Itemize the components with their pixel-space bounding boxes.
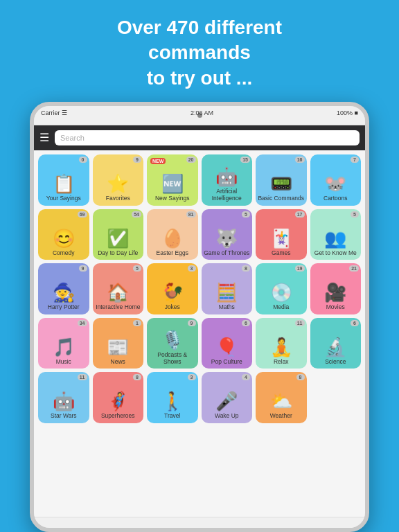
icon-podcasts-shows: 🎙️	[161, 331, 184, 349]
icon-news: 📰	[107, 338, 129, 356]
badge-superheroes: 8	[133, 374, 141, 380]
grid-item-day-to-day-life[interactable]: 54✅Day to Day Life	[93, 209, 144, 260]
grid-item-relax[interactable]: 11🧘Relax	[256, 318, 307, 369]
label-media: Media	[273, 303, 289, 310]
label-superheroes: Superheroes	[101, 412, 135, 419]
label-podcasts-shows: Podcasts & Shows	[148, 351, 197, 365]
grid-item-your-sayings[interactable]: 0📋Your Sayings	[38, 154, 89, 206]
label-day-to-day-life: Day to Day Life	[98, 249, 138, 256]
badge-pop-culture: 6	[242, 320, 250, 326]
icon-weather: ⛅	[270, 392, 292, 410]
grid-item-superheroes[interactable]: 8🦸Superheroes	[93, 372, 144, 423]
badge-travel: 3	[188, 374, 196, 380]
icon-wake-up: 🎤	[215, 392, 238, 410]
icon-harry-potter: 🧙	[53, 283, 75, 301]
label-weather: Weather	[270, 412, 292, 419]
badge-get-to-know-me: 5	[351, 211, 359, 218]
grid-item-science[interactable]: 6🔬Science	[310, 318, 362, 369]
grid-item-games[interactable]: 17🃏Games	[256, 209, 307, 260]
icon-music: 🎵	[53, 338, 75, 356]
badge-news: 1	[133, 320, 141, 326]
grid-item-cartoons[interactable]: 7🐭Cartoons	[310, 154, 362, 206]
badge-interactive-home: 5	[133, 265, 141, 272]
icon-game-of-thrones: 🐺	[215, 229, 238, 247]
device-bottom	[34, 517, 365, 528]
header-line2: commands	[148, 42, 251, 63]
grid-item-easter-eggs[interactable]: 81🥚Easter Eggs	[147, 209, 198, 260]
search-bar[interactable]: Search	[55, 130, 360, 145]
grid-item-comedy[interactable]: 69😊Comedy	[38, 209, 89, 260]
badge-podcasts-shows: 9	[188, 320, 196, 326]
grid-item-basic-commands[interactable]: 16📟Basic Commands	[256, 154, 307, 206]
grid-item-travel[interactable]: 3🚶Travel	[147, 372, 198, 423]
badge-basic-commands: 16	[295, 157, 305, 163]
grid-item-harry-potter[interactable]: 9🧙Harry Potter	[38, 263, 89, 314]
grid-item-star-wars[interactable]: 11🤖Star Wars	[38, 372, 89, 423]
grid-item-movies[interactable]: 21🎥Movies	[310, 263, 362, 314]
label-games: Games	[272, 249, 290, 256]
icon-science: 🔬	[324, 338, 346, 356]
badge-easter-eggs: 81	[186, 211, 196, 218]
grid-item-pop-culture[interactable]: 6🎈Pop Culture	[202, 318, 253, 369]
icon-day-to-day-life: ✅	[107, 229, 129, 247]
badge-movies: 21	[349, 265, 359, 272]
grid-item-game-of-thrones[interactable]: 5🐺Game of Thrones	[202, 209, 253, 260]
badge-science: 6	[351, 320, 359, 326]
label-pop-culture: Pop Culture	[211, 358, 242, 365]
app-toolbar: ☰ Search	[34, 125, 365, 150]
label-science: Science	[325, 358, 346, 365]
label-wake-up: Wake Up	[215, 412, 239, 419]
grid-item-favorites[interactable]: 9⭐Favorites	[93, 154, 144, 206]
icon-interactive-home: 🏠	[107, 283, 129, 301]
icon-jokes: 🐓	[161, 283, 184, 301]
label-cartoons: Cartoons	[323, 195, 348, 202]
icon-games: 🃏	[270, 229, 292, 247]
icon-pop-culture: 🎈	[215, 338, 238, 356]
icon-artificial-intelligence: 🤖	[215, 168, 238, 186]
icon-easter-eggs: 🥚	[161, 229, 184, 247]
device-top-bar: Carrier ☰ 2:06 AM 100% ■	[34, 106, 365, 125]
icon-cartoons: 🐭	[324, 175, 346, 193]
badge-your-sayings: 0	[79, 157, 87, 163]
label-interactive-home: Interactive Home	[96, 303, 140, 310]
icon-star-wars: 🤖	[53, 392, 75, 410]
grid-item-media[interactable]: 19💿Media	[256, 263, 307, 314]
badge-day-to-day-life: 54	[132, 211, 141, 218]
badge-music: 34	[78, 320, 87, 326]
device-frame: Carrier ☰ 2:06 AM 100% ■ ☰ Search 0📋Your…	[30, 102, 369, 532]
badge-harry-potter: 9	[79, 265, 87, 272]
header-section: Over 470 different commands to try out .…	[96, 0, 303, 102]
grid-item-podcasts-shows[interactable]: 9🎙️Podcasts & Shows	[147, 318, 198, 369]
label-favorites: Favorites	[106, 195, 130, 202]
icon-get-to-know-me: 👥	[324, 229, 346, 247]
label-relax: Relax	[274, 358, 289, 365]
grid-item-weather[interactable]: 8⛅Weather	[256, 372, 307, 423]
grid-item-artificial-intelligence[interactable]: 15🤖Artificial Intelligence	[202, 154, 253, 206]
badge-favorites: 9	[133, 157, 141, 163]
header-line3: to try out ...	[147, 67, 252, 89]
label-comedy: Comedy	[53, 249, 75, 256]
icon-basic-commands: 📟	[270, 175, 292, 193]
hamburger-icon[interactable]: ☰	[39, 132, 49, 143]
badge-weather: 8	[296, 374, 305, 380]
icon-maths: 🧮	[215, 283, 238, 301]
grid-item-wake-up[interactable]: 4🎤Wake Up	[202, 372, 253, 423]
label-travel: Travel	[164, 412, 180, 419]
label-get-to-know-me: Get to Know Me	[314, 249, 357, 256]
badge-maths: 8	[242, 265, 250, 272]
header-line1: Over 470 different	[117, 17, 282, 38]
grid-item-interactive-home[interactable]: 5🏠Interactive Home	[93, 263, 144, 314]
label-basic-commands: Basic Commands	[258, 195, 304, 202]
label-game-of-thrones: Game of Thrones	[204, 249, 249, 256]
grid-item-news[interactable]: 1📰News	[93, 318, 144, 369]
grid-item-new-sayings[interactable]: 20NEW🆕New Sayings	[147, 154, 198, 206]
icon-travel: 🚶	[161, 392, 184, 410]
grid-item-get-to-know-me[interactable]: 5👥Get to Know Me	[310, 209, 362, 260]
app-content: ☰ Search 0📋Your Sayings9⭐Favorites20NEW🆕…	[34, 125, 365, 517]
icon-new-sayings: 🆕	[161, 175, 184, 193]
status-time: 2:06 AM	[190, 109, 213, 116]
grid-item-maths[interactable]: 8🧮Maths	[202, 263, 253, 314]
icon-your-sayings: 📋	[53, 175, 75, 193]
grid-item-jokes[interactable]: 3🐓Jokes	[147, 263, 198, 314]
grid-item-music[interactable]: 34🎵Music	[38, 318, 89, 369]
